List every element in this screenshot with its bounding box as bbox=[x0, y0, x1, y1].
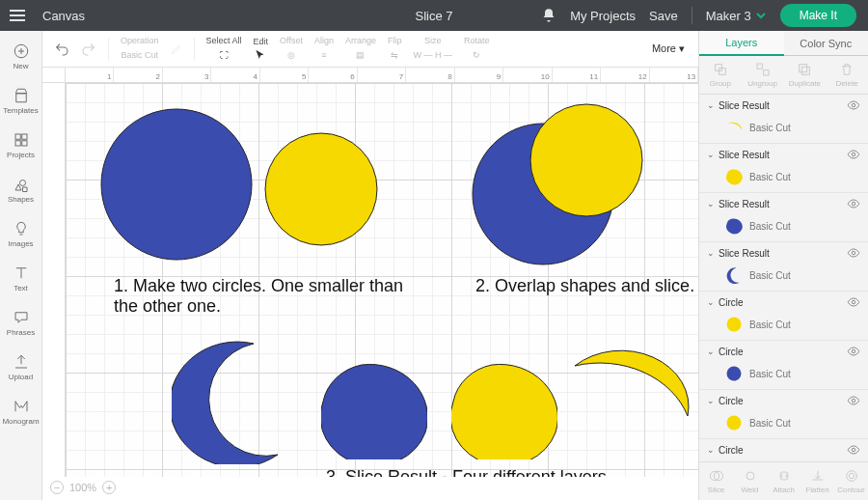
action-duplicate[interactable]: Duplicate bbox=[786, 62, 823, 88]
action-ungroup[interactable]: Ungroup bbox=[745, 62, 781, 88]
zoom-in-icon[interactable]: + bbox=[102, 481, 116, 494]
svg-rect-1 bbox=[15, 134, 20, 139]
layer-header[interactable]: ⌄ Slice Result bbox=[699, 193, 868, 214]
document-title[interactable]: Slice 7 bbox=[415, 9, 452, 23]
save-link[interactable]: Save bbox=[649, 9, 678, 23]
rail-text[interactable]: Text bbox=[0, 257, 42, 299]
shape-egg-blue[interactable] bbox=[321, 363, 427, 459]
undo-icon[interactable] bbox=[54, 42, 69, 57]
layer-thumb bbox=[724, 167, 744, 186]
rail-new[interactable]: New bbox=[0, 35, 42, 77]
upload-icon bbox=[13, 353, 30, 371]
ruler-tick: 5 bbox=[260, 68, 309, 82]
layer-header[interactable]: ⌄ Circle bbox=[699, 341, 868, 362]
action-weld[interactable]: Weld bbox=[735, 468, 766, 494]
rail-monogram[interactable]: Monogram bbox=[0, 390, 42, 432]
layer-sub[interactable]: Basic Cut bbox=[699, 313, 868, 340]
shape-big-blue-circle[interactable] bbox=[99, 107, 254, 262]
tb-align[interactable]: Align≡ bbox=[314, 36, 334, 63]
chevron-down-icon bbox=[755, 10, 767, 21]
tb-select-all[interactable]: Select All⛶ bbox=[206, 36, 242, 63]
layer-sub[interactable]: Basic Cut bbox=[699, 264, 868, 291]
layer-header[interactable]: ⌄ Circle bbox=[699, 390, 868, 411]
tb-more[interactable]: More ▾ bbox=[652, 42, 685, 55]
layer-sub[interactable]: Basic Cut bbox=[699, 116, 868, 143]
make-it-button[interactable]: Make It bbox=[780, 4, 856, 27]
shape-crescent-yellow[interactable] bbox=[567, 348, 692, 455]
svg-point-5 bbox=[101, 109, 252, 260]
tb-rotate[interactable]: Rotate↻ bbox=[464, 36, 490, 63]
ruler-tick: 1 bbox=[66, 68, 114, 82]
action-group[interactable]: Group bbox=[702, 62, 739, 88]
shape-small-yellow-circle[interactable] bbox=[263, 131, 379, 247]
visibility-toggle[interactable] bbox=[847, 98, 860, 112]
shape-moon-blue[interactable] bbox=[172, 339, 307, 464]
shape-egg-yellow[interactable] bbox=[451, 363, 557, 459]
layer-row[interactable]: ⌄ Slice Result Basic Cut bbox=[699, 95, 868, 144]
visibility-toggle[interactable] bbox=[847, 345, 860, 358]
my-projects-link[interactable]: My Projects bbox=[570, 9, 636, 23]
rail-projects[interactable]: Projects bbox=[0, 124, 42, 166]
chevron-down-icon: ⌄ bbox=[707, 150, 715, 159]
layer-row[interactable]: ⌄ Circle Basic Cut bbox=[699, 341, 868, 390]
visibility-toggle[interactable] bbox=[847, 443, 860, 457]
menu-button[interactable] bbox=[0, 0, 35, 31]
layer-sub[interactable]: Basic Cut bbox=[699, 165, 868, 192]
shape-overlap-yellow[interactable] bbox=[529, 102, 644, 218]
visibility-toggle[interactable] bbox=[847, 295, 860, 309]
ruler-tick: 6 bbox=[309, 68, 357, 82]
layer-row[interactable]: ⌄ Circle Basic Cut bbox=[699, 292, 868, 341]
layer-header[interactable]: ⌄ Slice Result bbox=[699, 144, 868, 165]
pen-icon[interactable] bbox=[171, 43, 182, 55]
action-contour[interactable]: Contour bbox=[836, 468, 867, 494]
visibility-toggle[interactable] bbox=[847, 394, 860, 407]
svg-point-28 bbox=[846, 471, 856, 482]
ruler-tick: 11 bbox=[553, 68, 601, 82]
layer-row[interactable]: ⌄ Slice Result Basic Cut bbox=[699, 193, 868, 242]
bell-icon[interactable] bbox=[541, 8, 556, 23]
visibility-toggle[interactable] bbox=[847, 246, 860, 260]
layer-header[interactable]: ⌄ Slice Result bbox=[699, 242, 868, 264]
tab-layers[interactable]: Layers bbox=[699, 31, 784, 56]
rail-phrases[interactable]: Phrases bbox=[0, 301, 42, 344]
layer-header[interactable]: ⌄ Circle bbox=[699, 292, 868, 313]
layer-list[interactable]: ⌄ Slice Result Basic Cut ⌄ Slice Result … bbox=[699, 95, 868, 461]
rail-templates[interactable]: Templates bbox=[0, 79, 42, 122]
action-attach[interactable]: Attach bbox=[769, 468, 800, 494]
rail-images[interactable]: Images bbox=[0, 212, 42, 255]
chevron-down-icon: ⌄ bbox=[707, 445, 715, 455]
tb-flip[interactable]: Flip⇋ bbox=[388, 36, 402, 63]
rail-shapes[interactable]: Shapes bbox=[0, 168, 42, 210]
layer-row[interactable]: ⌄ Slice Result Basic Cut bbox=[699, 144, 868, 193]
layer-header[interactable]: ⌄ Slice Result bbox=[699, 95, 868, 116]
visibility-toggle[interactable] bbox=[847, 197, 860, 210]
layer-row[interactable]: ⌄ Circle Blank Canvas bbox=[699, 439, 868, 461]
tb-edit[interactable]: Edit bbox=[254, 37, 269, 62]
layer-row[interactable]: ⌄ Circle Basic Cut bbox=[699, 390, 868, 439]
canvas[interactable]: 1. Make two circles. One smaller than th… bbox=[66, 83, 698, 477]
tb-size[interactable]: SizeW — H — bbox=[414, 36, 453, 63]
zoom-out-icon[interactable]: − bbox=[50, 481, 64, 494]
layer-sub[interactable]: Basic Cut bbox=[699, 411, 868, 438]
layer-cut-type: Basic Cut bbox=[749, 319, 791, 330]
ruler-tick: 13 bbox=[650, 68, 698, 82]
tb-operation[interactable]: OperationBasic Cut bbox=[121, 36, 159, 63]
layer-row[interactable]: ⌄ Slice Result Basic Cut bbox=[699, 242, 868, 292]
action-flatten[interactable]: Flatten bbox=[802, 468, 833, 494]
machine-selector[interactable]: Maker 3 bbox=[706, 9, 767, 23]
rail-upload[interactable]: Upload bbox=[0, 346, 42, 388]
action-delete[interactable]: Delete bbox=[828, 62, 865, 88]
action-slice[interactable]: Slice bbox=[701, 468, 732, 494]
tab-color-sync[interactable]: Color Sync bbox=[784, 31, 869, 56]
tb-arrange[interactable]: Arrange▤ bbox=[345, 36, 376, 63]
visibility-toggle[interactable] bbox=[847, 148, 860, 161]
svg-point-27 bbox=[714, 471, 722, 480]
svg-point-21 bbox=[852, 349, 855, 353]
tb-offset[interactable]: Offset◎ bbox=[280, 36, 303, 63]
layer-header[interactable]: ⌄ Circle bbox=[699, 439, 868, 460]
zoom-control[interactable]: − 100% + bbox=[50, 479, 116, 496]
redo-icon[interactable] bbox=[81, 42, 96, 57]
chevron-down-icon: ⌄ bbox=[707, 396, 715, 405]
layer-sub[interactable]: Basic Cut bbox=[699, 362, 868, 389]
layer-sub[interactable]: Basic Cut bbox=[699, 214, 868, 241]
